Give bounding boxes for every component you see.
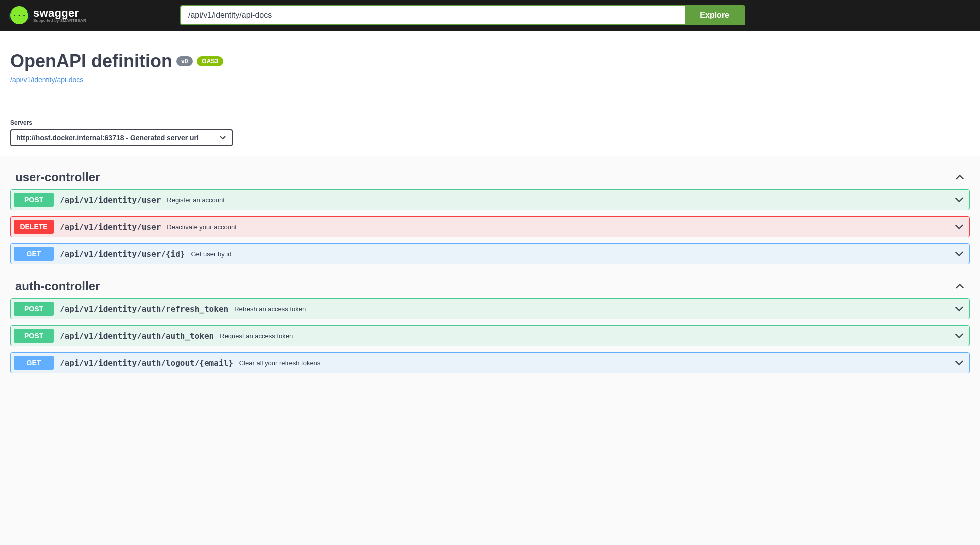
server-select[interactable]: http://host.docker.internal:63718 - Gene… <box>10 130 233 146</box>
operation-path: /api/v1/identity/auth/auth_token <box>60 332 214 341</box>
oas-badge: OAS3 <box>197 56 223 66</box>
chevron-down-icon <box>954 331 964 341</box>
operation-path: /api/v1/identity/auth/refresh_token <box>60 304 228 314</box>
operation-description: Clear all your refresh tokens <box>239 360 321 367</box>
chevron-down-icon <box>954 249 964 259</box>
operation-description: Refresh an access token <box>234 306 306 313</box>
chevron-down-icon <box>954 222 964 232</box>
operation-summary[interactable]: GET/api/v1/identity/auth/logout/{email}C… <box>11 353 969 373</box>
chevron-up-icon <box>955 282 965 292</box>
logo-text-sub: Supported by SMARTBEAR <box>33 19 86 23</box>
explore-button[interactable]: Explore <box>685 6 744 24</box>
operation-block: POST/api/v1/identity/auth/auth_tokenRequ… <box>10 326 970 346</box>
servers-block: Servers http://host.docker.internal:6371… <box>0 100 980 156</box>
operation-path: /api/v1/identity/user <box>60 222 161 232</box>
api-title: OpenAPI definition <box>10 51 172 72</box>
http-method-badge: POST <box>14 193 54 207</box>
operation-path: /api/v1/identity/user/{id} <box>60 250 185 259</box>
spec-link[interactable]: /api/v1/identity/api-docs <box>10 76 970 84</box>
tag-header[interactable]: user-controller <box>10 162 970 190</box>
http-method-badge: POST <box>14 302 54 316</box>
operation-block: POST/api/v1/identity/userRegister an acc… <box>10 190 970 210</box>
operation-block: DELETE/api/v1/identity/userDeactivate yo… <box>10 216 970 238</box>
operation-block: POST/api/v1/identity/auth/refresh_tokenR… <box>10 298 970 320</box>
operation-summary[interactable]: DELETE/api/v1/identity/userDeactivate yo… <box>11 217 969 237</box>
info-section: OpenAPI definition v0 OAS3 /api/v1/ident… <box>0 31 980 100</box>
chevron-up-icon <box>955 172 965 182</box>
operation-summary[interactable]: GET/api/v1/identity/user/{id}Get user by… <box>11 244 969 264</box>
tag-name: auth-controller <box>15 280 100 294</box>
logo-text: swagger Supported by SMARTBEAR <box>33 8 86 23</box>
spec-url-input[interactable] <box>181 6 685 24</box>
operation-summary[interactable]: POST/api/v1/identity/auth/refresh_tokenR… <box>11 299 969 319</box>
tag-name: user-controller <box>15 170 100 184</box>
operation-description: Register an account <box>167 196 225 204</box>
logo-text-main: swagger <box>33 8 86 19</box>
tag-header[interactable]: auth-controller <box>10 270 970 298</box>
explore-form: Explore <box>180 6 745 26</box>
logo[interactable]: {···} swagger Supported by SMARTBEAR <box>10 6 160 24</box>
http-method-badge: GET <box>14 356 54 370</box>
http-method-badge: DELETE <box>14 220 54 234</box>
operation-path: /api/v1/identity/user <box>60 196 161 205</box>
topbar: {···} swagger Supported by SMARTBEAR Exp… <box>0 0 980 31</box>
servers-label: Servers <box>10 120 970 126</box>
operation-description: Deactivate your account <box>167 224 236 231</box>
operation-description: Get user by id <box>191 250 231 258</box>
version-badge: v0 <box>176 56 193 66</box>
http-method-badge: POST <box>14 329 54 343</box>
operation-summary[interactable]: POST/api/v1/identity/auth/auth_tokenRequ… <box>11 326 969 346</box>
http-method-badge: GET <box>14 247 54 261</box>
chevron-down-icon <box>954 195 964 205</box>
operation-description: Request an access token <box>220 332 293 340</box>
chevron-down-icon <box>954 304 964 314</box>
operation-block: GET/api/v1/identity/auth/logout/{email}C… <box>10 352 970 374</box>
operation-block: GET/api/v1/identity/user/{id}Get user by… <box>10 244 970 264</box>
operation-summary[interactable]: POST/api/v1/identity/userRegister an acc… <box>11 190 969 210</box>
swagger-logo-icon: {···} <box>10 6 28 24</box>
operations: user-controllerPOST/api/v1/identity/user… <box>0 156 980 400</box>
operation-path: /api/v1/identity/auth/logout/{email} <box>60 358 233 368</box>
chevron-down-icon <box>954 358 964 368</box>
